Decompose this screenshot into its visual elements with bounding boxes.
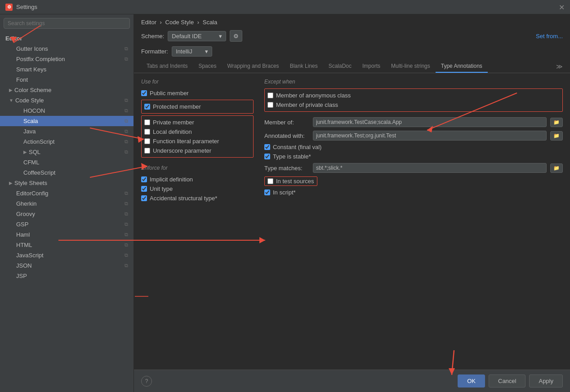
implicit-definition-label[interactable]: Implicit definition [150,176,193,183]
accidental-structural-checkbox[interactable] [141,195,147,201]
arrow-icon: ▼ [9,98,13,103]
sidebar-item-sql[interactable]: ▶ SQL ⧉ [0,147,134,157]
sidebar-item-html[interactable]: HTML ⧉ [0,240,134,250]
sidebar-item-code-style[interactable]: ▼ Code Style ⧉ [0,95,134,106]
sidebar-item-gsp[interactable]: GSP ⧉ [0,219,134,229]
sidebar-item-label: JSON [16,262,32,269]
gear-button[interactable]: ⚙ [230,30,242,42]
accidental-structural-label[interactable]: Accidental structural type* [150,195,217,202]
sidebar-item-postfix[interactable]: Postfix Completion ⧉ [0,54,134,64]
cancel-button[interactable]: Cancel [489,374,525,388]
private-class-label[interactable]: Member of private class [276,101,338,108]
sidebar-item-haml[interactable]: Haml ⧉ [0,229,134,240]
sidebar-item-gherkin[interactable]: Gherkin ⧉ [0,198,134,209]
type-matches-input[interactable] [313,163,547,173]
in-test-sources-label[interactable]: In test sources [276,178,314,185]
enforce-for-section: Enforce for Implicit definition Unit typ… [141,165,254,203]
function-literal-checkbox[interactable] [144,138,150,144]
tab-scaladoc[interactable]: ScalaDoc [323,60,357,73]
tab-tabs-and-indents[interactable]: Tabs and Indents [141,60,193,73]
in-test-sources-checkbox[interactable] [267,178,273,184]
use-for-function-literal: Function literal parameter [144,137,250,146]
member-of-label: Member of: [264,119,309,126]
close-button[interactable]: ✕ [559,3,565,11]
unit-type-checkbox[interactable] [141,186,147,192]
type-stable-label[interactable]: Type is stable* [273,153,311,160]
formatter-value: IntelliJ [176,48,192,55]
sidebar-item-groovy[interactable]: Groovy ⧉ [0,209,134,219]
sidebar: Editor Gutter Icons ⧉ Postfix Completion… [0,14,134,392]
set-from-link[interactable]: Set from... [536,33,563,40]
sidebar-item-stylesheets[interactable]: ▶ Style Sheets [0,178,134,188]
unit-type-label[interactable]: Unit type [150,185,173,192]
tab-type-annotations[interactable]: Type Annotations [436,60,488,73]
sidebar-item-cfml[interactable]: CFML [0,157,134,167]
protected-member-checkbox[interactable] [144,104,150,110]
implicit-definition-checkbox[interactable] [141,176,147,182]
member-of-folder-button[interactable]: 📁 [550,118,563,127]
titlebar: ⚙ Settings ✕ [0,0,570,14]
copy-icon: ⧉ [125,56,128,62]
type-matches-folder-button[interactable]: 📁 [550,163,563,173]
sidebar-item-color-scheme[interactable]: ▶ Color Scheme [0,85,134,95]
local-definition-label[interactable]: Local definition [153,128,192,135]
sidebar-item-actionscript[interactable]: ActionScript ⧉ [0,137,134,147]
protected-member-label[interactable]: Protected member [153,103,201,110]
sidebar-item-label: SQL [29,149,40,155]
copy-icon: ⧉ [125,190,128,196]
tab-blank-lines[interactable]: Blank Lines [285,60,323,73]
formatter-dropdown[interactable]: IntelliJ ▾ [172,46,212,57]
sidebar-item-label: Font [16,76,28,83]
sidebar-item-label: Style Sheets [14,180,47,186]
search-input[interactable] [4,18,130,29]
annotated-with-input[interactable] [313,131,547,141]
type-stable-checkbox[interactable] [264,154,270,159]
apply-button[interactable]: Apply [529,374,563,388]
private-member-checkbox[interactable] [144,119,150,125]
private-member-label[interactable]: Private member [153,119,194,126]
public-member-label[interactable]: Public member [150,90,189,97]
sidebar-item-editorconfig[interactable]: EditorConfig ⧉ [0,188,134,198]
member-of-input[interactable] [313,117,547,127]
help-button[interactable]: ? [141,376,152,387]
sidebar-item-scala[interactable]: Scala ⧉ [0,116,134,126]
local-definition-checkbox[interactable] [144,129,150,135]
tab-wrapping[interactable]: Wrapping and Braces [222,60,284,73]
anonymous-class-label[interactable]: Member of anonymous class [276,92,351,99]
sidebar-item-java[interactable]: Java ⧉ [0,126,134,137]
tab-imports[interactable]: Imports [357,60,386,73]
sidebar-item-smart-keys[interactable]: Smart Keys [0,64,134,75]
sidebar-item-label: Postfix Completion [16,56,65,62]
sidebar-item-font[interactable]: Font [0,75,134,85]
tab-multiline[interactable]: Multi-line strings [386,60,436,73]
scheme-dropdown[interactable]: Default IDE ▾ [168,31,226,41]
sidebar-item-jsp[interactable]: JSP [0,271,134,281]
underscore-parameter-checkbox[interactable] [144,148,150,154]
in-script-checkbox[interactable] [264,189,270,195]
function-literal-label[interactable]: Function literal parameter [153,138,219,145]
public-member-checkbox[interactable] [141,90,147,96]
sidebar-item-json[interactable]: JSON ⧉ [0,260,134,271]
window-title: Settings [16,4,37,10]
sidebar-item-javascript[interactable]: JavaScript ⧉ [0,250,134,260]
in-script-label[interactable]: In script* [273,189,296,196]
annotated-with-folder-button[interactable]: 📁 [550,131,563,141]
arrow-icon: ▶ [23,150,27,154]
constant-label[interactable]: Constant (final val) [273,144,321,150]
sidebar-item-coffeescript[interactable]: CoffeeScript [0,167,134,178]
copy-icon: ⧉ [125,46,128,52]
except-private-class: Member of private class [267,100,560,110]
sidebar-item-gutter-icons[interactable]: Gutter Icons ⧉ [0,44,134,54]
tab-spaces[interactable]: Spaces [193,60,222,73]
anonymous-class-checkbox[interactable] [267,92,273,98]
tabs-more-button[interactable]: ≫ [556,63,563,70]
private-class-checkbox[interactable] [267,102,273,108]
use-for-underscore: Underscore parameter [144,146,250,155]
scheme-value: Default IDE [172,33,201,40]
arrow-icon: ▶ [9,181,13,185]
underscore-parameter-label[interactable]: Underscore parameter [153,147,211,154]
sidebar-item-hocon[interactable]: HOCON ⧉ [0,106,134,116]
constant-checkbox[interactable] [264,144,270,150]
ok-button[interactable]: OK [458,374,485,388]
enforce-for-title: Enforce for [141,165,254,171]
